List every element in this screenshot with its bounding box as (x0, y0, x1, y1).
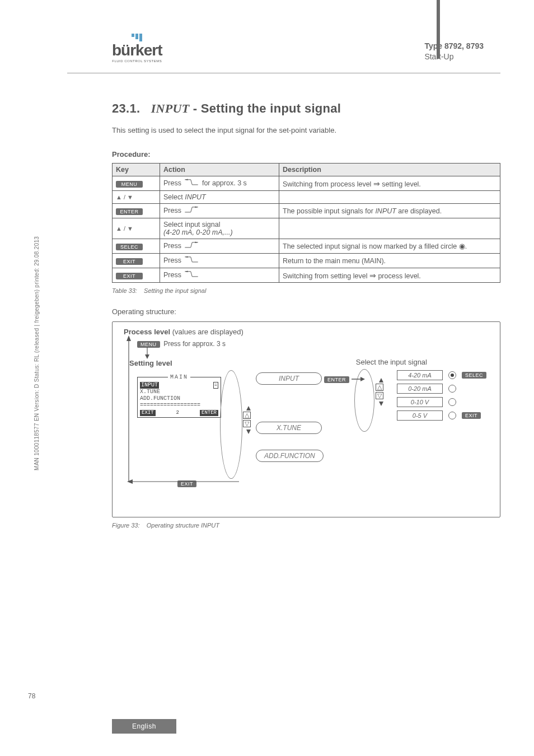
table-row: ▲ / ▼ Select input signal(4-20 mA, 0-20 … (113, 218, 500, 239)
radio-empty-icon (448, 398, 456, 406)
table-row: ▲ / ▼ Select INPUT (113, 191, 500, 204)
return-connector-icon (208, 427, 247, 482)
enter-key-icon: ENTER (116, 208, 143, 215)
option-4-20ma: 4-20 mA (397, 370, 443, 380)
updown-arrow-icon (246, 406, 251, 434)
svg-marker-9 (246, 406, 251, 410)
enter-tag: ENTER (324, 376, 349, 383)
xtune-node: X.TUNE (256, 422, 322, 434)
table-row: EXIT Press Switching from setting level … (113, 268, 500, 283)
addfunction-node: ADD.FUNCTION (256, 450, 324, 462)
th-key: Key (113, 164, 160, 176)
up-down-key-icon: ▲ / ▼ (116, 225, 133, 232)
table-row: EXIT Press Return to the main menu (MAIN… (113, 254, 500, 268)
option-0-5v: 0-5 V (397, 410, 443, 421)
press-right-icon (184, 241, 199, 251)
setting-level-label: Setting level (129, 359, 172, 367)
svg-marker-0 (185, 179, 188, 181)
list-icon: ≡ (213, 382, 218, 389)
section-intro: This setting is used to select the input… (112, 126, 500, 134)
radio-selected-icon (448, 371, 456, 379)
updown-arrow-icon (379, 378, 383, 406)
logo: bürkert FLUID CONTROL SYSTEMS (112, 34, 162, 63)
svg-marker-2 (195, 242, 198, 244)
operating-diagram: Process level (values are displayed) MEN… (112, 321, 500, 517)
header-accent-bar (437, 0, 440, 59)
svg-marker-16 (127, 479, 133, 484)
header-meta: Type 8792, 8793 Start-Up (424, 41, 500, 63)
exit-key-icon: EXIT (116, 273, 143, 279)
procedure-label: Procedure: (112, 150, 500, 158)
process-level-label: Process level (124, 328, 170, 336)
metadata-sidebar: MAN 1000118577 EN Version: D Status: RL … (34, 236, 40, 470)
figure-caption: Figure 33: Operating structure INPUT (112, 522, 500, 529)
selec-key-icon: SELEC (116, 244, 143, 250)
language-tab: English (112, 719, 176, 734)
select-signal-label: Select the input signal (356, 358, 427, 366)
return-arrow-icon (125, 335, 133, 482)
svg-marker-13 (379, 378, 383, 382)
up-down-key-icon: ▲ / ▼ (116, 194, 133, 200)
lcd-screen: MAIN INPUT≡ X.TUNE ADD.FUNCTION ========… (137, 377, 221, 418)
svg-marker-12 (360, 377, 365, 381)
menu-key-icon: MENU (116, 181, 143, 188)
implies-arrow-icon: ⇒ (373, 179, 380, 188)
down-arrow-icon (144, 347, 151, 359)
input-node: INPUT (256, 372, 322, 385)
th-description: Description (279, 164, 500, 176)
implies-arrow-icon: ⇒ (369, 271, 376, 280)
svg-marker-1 (195, 207, 198, 208)
exit-tag: EXIT (462, 412, 481, 419)
table-caption: Table 33: Setting the input signal (112, 287, 500, 294)
press-right-icon (184, 206, 199, 216)
press-left-icon (184, 270, 199, 280)
table-row: ENTER Press The possible input signals f… (113, 204, 500, 218)
th-action: Action (160, 164, 279, 176)
svg-marker-4 (185, 271, 188, 273)
page-number: 78 (28, 692, 35, 700)
section-heading: 23.1. INPUT - Setting the input signal (112, 101, 500, 116)
selec-tag: SELEC (462, 372, 486, 379)
press-left-icon (184, 179, 199, 188)
exit-key-icon: EXIT (116, 258, 143, 265)
operating-structure-label: Operating structure: (112, 307, 500, 316)
option-0-10v: 0-10 V (397, 397, 443, 407)
svg-marker-3 (185, 256, 188, 258)
radio-empty-icon (448, 412, 456, 419)
filled-circle-icon: ◉ (459, 242, 465, 250)
right-arrow-icon (352, 376, 365, 382)
table-row: SELEC Press The selected input signal is… (113, 239, 500, 254)
svg-marker-6 (127, 335, 131, 341)
press-left-icon (184, 256, 199, 265)
radio-empty-icon (448, 385, 456, 393)
option-0-20ma: 0-20 mA (397, 384, 443, 394)
svg-marker-8 (145, 354, 149, 359)
table-row: MENU Press for approx. 3 s Switching fro… (113, 176, 500, 191)
svg-marker-14 (379, 402, 383, 406)
svg-marker-10 (246, 430, 251, 434)
procedure-table: Key Action Description MENU Press for ap… (112, 163, 500, 283)
